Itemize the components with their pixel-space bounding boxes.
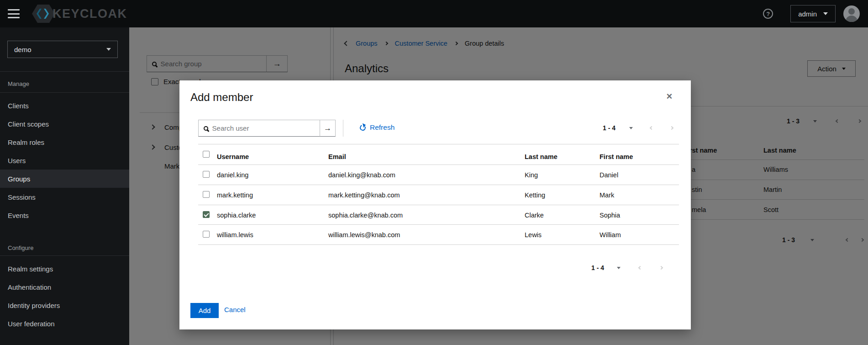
- cell-first-name: Sophia: [600, 212, 620, 219]
- masthead: KEYCLOAK ? admin: [0, 0, 868, 27]
- cell-first-name: William: [600, 231, 621, 239]
- keycloak-logo-icon: [32, 4, 55, 24]
- table-row-border: [198, 244, 679, 245]
- cell-email: sophia.clarke@knab.com: [328, 212, 403, 219]
- cell-email: mark.ketting@knab.com: [328, 191, 400, 199]
- col-last-name: Last name: [525, 153, 558, 160]
- help-icon[interactable]: ?: [763, 9, 773, 19]
- nav-toggle-icon[interactable]: [8, 9, 20, 18]
- search-icon: [204, 126, 208, 131]
- chevron-down-icon: [106, 48, 111, 51]
- divider: [0, 92, 129, 93]
- col-username: Username: [217, 153, 249, 160]
- keycloak-admin-console: KEYCLOAK ? admin demo Manage Clients Cli…: [0, 0, 868, 345]
- cancel-button[interactable]: Cancel: [224, 306, 246, 313]
- sidebar: demo Manage Clients Client scopes Realm …: [0, 27, 129, 345]
- cell-username: daniel.king: [217, 171, 248, 179]
- sidebar-item-users[interactable]: Users: [0, 151, 129, 170]
- cell-first-name: Daniel: [600, 171, 618, 179]
- pagination-range: 1 - 4: [603, 124, 615, 132]
- cell-last-name: Clarke: [525, 212, 544, 219]
- brand-text: KEYCLOAK: [53, 7, 127, 21]
- chevron-down-icon[interactable]: [629, 127, 633, 129]
- cell-last-name: Ketting: [525, 191, 545, 199]
- realm-selector[interactable]: demo: [7, 41, 118, 58]
- row-checkbox-sophia-clarke[interactable]: [203, 211, 210, 218]
- user-menu-dropdown[interactable]: admin: [790, 5, 836, 22]
- cell-email: william.lewis@knab.com: [328, 231, 400, 239]
- row-checkbox-daniel-king[interactable]: [203, 171, 210, 178]
- chevron-down-icon: [823, 12, 828, 15]
- row-checkbox-william-lewis[interactable]: [203, 231, 210, 238]
- avatar[interactable]: [843, 5, 860, 22]
- refresh-icon: [359, 124, 367, 132]
- keycloak-logo: KEYCLOAK: [32, 4, 127, 24]
- modal-title: Add member: [190, 91, 253, 104]
- sidebar-item-user-federation[interactable]: User federation: [0, 314, 129, 333]
- sidebar-item-groups[interactable]: Groups: [0, 170, 129, 188]
- table-row-border: [198, 205, 679, 205]
- nav-section-configure: Configure: [8, 244, 33, 251]
- chevron-down-icon[interactable]: [617, 267, 621, 269]
- row-checkbox-mark-ketting[interactable]: [203, 191, 210, 198]
- cell-email: daniel.king@knab.com: [328, 171, 395, 179]
- user-search-input[interactable]: [212, 124, 320, 132]
- select-all-checkbox[interactable]: [203, 151, 210, 158]
- table-row-border: [198, 185, 679, 185]
- sidebar-item-clients[interactable]: Clients: [0, 96, 129, 115]
- cell-last-name: King: [525, 171, 538, 179]
- divider: [0, 255, 129, 256]
- col-email: Email: [328, 153, 346, 160]
- user-menu-label: admin: [798, 10, 817, 18]
- sidebar-item-realm-settings[interactable]: Realm settings: [0, 260, 129, 278]
- table-border: [198, 144, 679, 144]
- sidebar-item-events[interactable]: Events: [0, 206, 129, 224]
- cell-first-name: Mark: [600, 191, 614, 199]
- sidebar-item-realm-roles[interactable]: Realm roles: [0, 133, 129, 151]
- modal-pagination-bottom: 1 - 4: [591, 264, 663, 271]
- divider: [343, 120, 343, 137]
- pagination-range: 1 - 4: [591, 264, 604, 271]
- user-search-submit-button[interactable]: →: [320, 120, 336, 137]
- divider: [0, 71, 129, 72]
- add-member-modal: Add member × → Refresh 1 - 4 Username Em…: [179, 80, 691, 329]
- sidebar-item-identity-providers[interactable]: Identity providers: [0, 296, 129, 314]
- cell-last-name: Lewis: [525, 231, 542, 239]
- sidebar-item-authentication[interactable]: Authentication: [0, 278, 129, 296]
- refresh-button[interactable]: Refresh: [360, 123, 395, 132]
- sidebar-item-client-scopes[interactable]: Client scopes: [0, 115, 129, 133]
- next-page-icon[interactable]: [659, 266, 663, 270]
- cell-username: mark.ketting: [217, 191, 253, 199]
- add-button[interactable]: Add: [190, 303, 219, 318]
- col-first-name: First name: [600, 153, 633, 160]
- cell-username: sophia.clarke: [217, 212, 256, 219]
- cell-username: william.lewis: [217, 231, 253, 239]
- user-search-field: [198, 120, 320, 137]
- close-icon[interactable]: ×: [662, 89, 677, 104]
- table-row-border: [198, 165, 679, 165]
- modal-pagination-top: 1 - 4: [603, 124, 673, 132]
- next-page-icon[interactable]: [670, 126, 673, 130]
- nav-section-manage: Manage: [8, 80, 29, 87]
- table-row-border: [198, 224, 679, 225]
- realm-selector-label: demo: [14, 46, 32, 53]
- prev-page-icon[interactable]: [638, 266, 642, 270]
- prev-page-icon[interactable]: [650, 126, 653, 130]
- sidebar-item-sessions[interactable]: Sessions: [0, 188, 129, 206]
